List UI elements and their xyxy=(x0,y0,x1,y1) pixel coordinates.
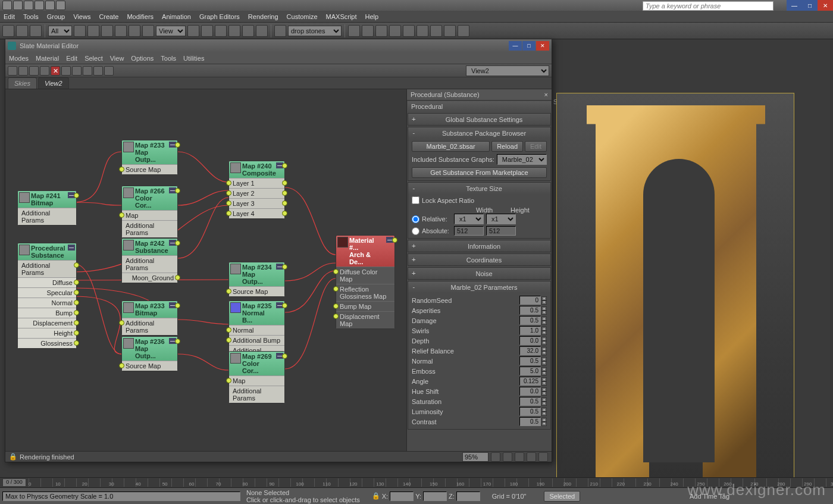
select-rect-icon[interactable] xyxy=(87,25,99,37)
selection-filter-select[interactable]: All xyxy=(48,26,72,36)
abs-width-input[interactable] xyxy=(454,226,484,236)
unlink-icon[interactable] xyxy=(16,25,28,37)
param-spinner[interactable]: 0 ▲▼ xyxy=(519,296,547,305)
rollout-marble-params[interactable]: -Marble_02 Parameters xyxy=(408,281,550,293)
node-map-242[interactable]: —Map #242Substance Additional Params Moo… xyxy=(121,238,178,283)
zoom-extents-icon[interactable] xyxy=(515,452,524,462)
spinner-up-icon[interactable]: ▲ xyxy=(541,418,547,422)
spinner-down-icon[interactable]: ▼ xyxy=(541,321,547,325)
pan-hand-icon[interactable] xyxy=(538,452,548,462)
spinner-up-icon[interactable]: ▲ xyxy=(541,306,547,311)
layers-icon[interactable] xyxy=(375,25,387,37)
render-icon[interactable] xyxy=(458,25,469,37)
rollout-procedural[interactable]: Procedural xyxy=(408,101,551,112)
node-map-236[interactable]: —Map #236Map Outp... Source Map xyxy=(121,336,178,371)
slate-minimize-icon[interactable]: — xyxy=(509,41,522,51)
render-viewport[interactable] xyxy=(556,93,794,497)
param-spinner[interactable]: 0.5 ▲▼ xyxy=(519,417,547,426)
redo-icon[interactable] xyxy=(56,1,65,10)
menu-create[interactable]: Create xyxy=(99,13,118,20)
param-spinner[interactable]: 0.5 ▲▼ xyxy=(519,306,547,315)
zoom-icon[interactable] xyxy=(503,452,512,462)
node-procedural-substance[interactable]: —ProceduralSubstance Additional Params D… xyxy=(17,243,77,349)
menu-rendering[interactable]: Rendering xyxy=(248,13,278,20)
spinner-down-icon[interactable]: ▼ xyxy=(541,351,547,355)
spinner-down-icon[interactable]: ▼ xyxy=(541,341,547,345)
spinner-up-icon[interactable]: ▲ xyxy=(541,296,547,300)
param-spinner[interactable]: 0.5 ▲▼ xyxy=(519,397,547,406)
reload-button[interactable]: Reload xyxy=(491,141,523,152)
node-map-240-composite[interactable]: —Map #240Composite Layer 1 Layer 2 Layer… xyxy=(228,161,285,219)
select-icon[interactable] xyxy=(74,25,86,37)
node-bitmap-241[interactable]: —Map #241Bitmap Additional Params xyxy=(17,190,77,226)
rotate-icon[interactable] xyxy=(129,25,140,37)
param-spinner[interactable]: 0.0 ▲▼ xyxy=(519,387,547,396)
spinner-down-icon[interactable]: ▼ xyxy=(541,371,547,375)
rollout-texture-size[interactable]: -Texture Size xyxy=(408,183,550,194)
scale-icon[interactable] xyxy=(142,25,154,37)
schematic-icon[interactable] xyxy=(403,25,415,37)
lock-aspect-checkbox[interactable] xyxy=(412,196,419,204)
mirror-icon[interactable] xyxy=(348,25,360,37)
menu-help[interactable]: Help xyxy=(365,13,379,20)
lock-icon[interactable]: 🔒 xyxy=(9,453,17,461)
rel-width-select[interactable]: x1 xyxy=(454,214,484,224)
bind-icon[interactable] xyxy=(30,25,42,37)
menu-grapheditors[interactable]: Graph Editors xyxy=(199,13,240,20)
file-button[interactable]: Marble_02.sbsar xyxy=(412,141,490,152)
curve-editor-icon[interactable] xyxy=(389,25,401,37)
rollout-information[interactable]: +Information xyxy=(408,240,550,252)
move-icon[interactable] xyxy=(115,25,127,37)
node-map-266[interactable]: —Map #266Color Cor... Map Additional Par… xyxy=(121,186,178,238)
rollout-noise[interactable]: +Noise xyxy=(408,268,550,279)
anglesnap-icon[interactable] xyxy=(228,25,240,37)
slate-delete-icon[interactable]: ✕ xyxy=(51,66,60,76)
param-spinner[interactable]: 0.5 ▲▼ xyxy=(519,316,547,325)
slate-menu-options[interactable]: Options xyxy=(131,55,154,62)
param-spinner[interactable]: 32.0 ▲▼ xyxy=(519,346,547,355)
transform-y-input[interactable] xyxy=(423,492,447,501)
spinner-down-icon[interactable]: ▼ xyxy=(541,392,547,396)
open-icon[interactable] xyxy=(24,1,33,10)
slate-tool-icon[interactable] xyxy=(8,66,17,76)
material-editor-icon[interactable] xyxy=(416,25,428,37)
spinner-up-icon[interactable]: ▲ xyxy=(541,408,547,412)
transform-x-input[interactable] xyxy=(390,492,414,501)
manipulate-icon[interactable] xyxy=(201,25,213,37)
slate-menu-material[interactable]: Material xyxy=(36,55,59,62)
render-frame-icon[interactable] xyxy=(444,25,456,37)
menu-group[interactable]: Group xyxy=(47,13,65,20)
spinnersnap-icon[interactable] xyxy=(256,25,268,37)
search-input[interactable] xyxy=(643,1,774,11)
menu-tools[interactable]: Tools xyxy=(23,13,39,20)
slate-menu-tools[interactable]: Tools xyxy=(161,55,176,62)
named-selection-select[interactable]: drop stones xyxy=(288,26,342,36)
rollout-global-settings[interactable]: +Global Substance Settings xyxy=(408,114,550,125)
menu-animation[interactable]: Animation xyxy=(162,13,191,20)
zoom-region-icon[interactable] xyxy=(527,452,536,462)
rel-height-select[interactable]: x1 xyxy=(486,214,516,224)
percentsnap-icon[interactable] xyxy=(242,25,254,37)
spinner-down-icon[interactable]: ▼ xyxy=(541,402,547,406)
undo-icon[interactable] xyxy=(45,1,55,10)
slate-close-icon[interactable]: ✕ xyxy=(536,41,549,51)
slate-menu-view[interactable]: View xyxy=(110,55,124,62)
spinner-up-icon[interactable]: ▲ xyxy=(541,317,547,321)
relative-radio[interactable] xyxy=(412,215,419,223)
slate-tool-icon[interactable] xyxy=(61,66,71,76)
slate-tool-icon[interactable] xyxy=(83,66,92,76)
spinner-down-icon[interactable]: ▼ xyxy=(541,331,547,335)
menu-customize[interactable]: Customize xyxy=(287,13,318,20)
slate-tool-icon[interactable] xyxy=(104,66,114,76)
spinner-down-icon[interactable]: ▼ xyxy=(541,412,547,416)
param-spinner[interactable]: 0.125 ▲▼ xyxy=(519,377,547,386)
lock-selection-icon[interactable]: 🔒 xyxy=(372,492,380,500)
param-spinner[interactable]: 0.0 ▲▼ xyxy=(519,336,547,345)
menu-edit[interactable]: Edit xyxy=(4,13,15,20)
included-graphs-select[interactable]: Marble_02 xyxy=(497,154,547,165)
zoom-input[interactable]: 95% xyxy=(462,452,488,462)
spinner-up-icon[interactable]: ▲ xyxy=(541,357,547,361)
spinner-up-icon[interactable]: ▲ xyxy=(541,397,547,402)
rollout-package-browser[interactable]: -Substance Package Browser xyxy=(408,127,550,139)
spinner-down-icon[interactable]: ▼ xyxy=(541,300,547,305)
